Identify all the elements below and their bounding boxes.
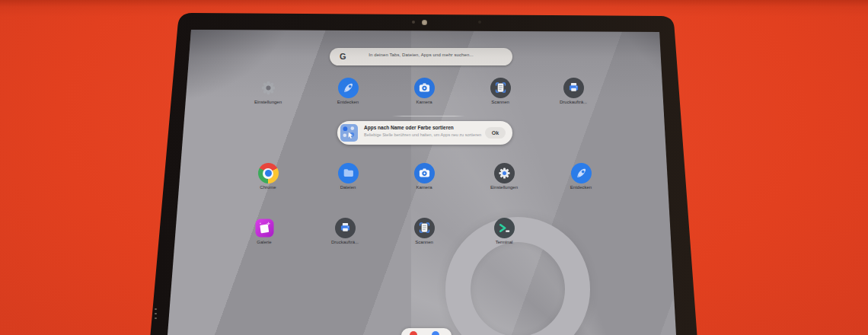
app-gallery[interactable]: Galerie: [234, 218, 295, 245]
bezel-regulatory-marks: [154, 308, 157, 325]
shelf-red-app-icon[interactable]: [410, 331, 417, 335]
toast-subtitle: Beliebige Stelle berühren und halten, um…: [364, 132, 481, 137]
app-discover[interactable]: Entdecken: [550, 163, 611, 190]
camera-icon: [414, 163, 435, 183]
light-sensor-icon: [412, 21, 415, 24]
app-label: Entdecken: [550, 185, 611, 190]
app-scan[interactable]: Scannen: [470, 78, 531, 105]
sort-apps-toast: Apps nach Name oder Farbe sortieren Beli…: [337, 121, 512, 145]
print-icon: [335, 218, 356, 238]
scan-icon: [490, 78, 511, 98]
app-label: Druckaufträ...: [314, 240, 375, 245]
toast-ok-button[interactable]: Ok: [485, 127, 506, 139]
app-label: Scannen: [394, 240, 455, 245]
chrome-icon: [258, 163, 279, 183]
tablet-screen: G In deinen Tabs, Dateien, Apps und mehr…: [0, 0, 868, 335]
camera-icon: [414, 78, 435, 98]
app-chrome[interactable]: Chrome: [238, 163, 298, 190]
files-icon: [338, 163, 359, 183]
app-label: Chrome: [238, 185, 298, 190]
shelf-blue-app-icon[interactable]: [432, 331, 439, 335]
search-placeholder: In deinen Tabs, Dateien, Apps und mehr s…: [330, 53, 512, 57]
app-label: Druckaufträ...: [543, 100, 604, 105]
print-icon: [563, 78, 584, 98]
app-settings-light[interactable]: Einstellungen: [238, 78, 298, 105]
terminal-icon: [494, 218, 515, 238]
gallery-icon: [254, 218, 275, 238]
app-print[interactable]: Druckaufträ...: [543, 78, 604, 105]
app-label: Dateien: [318, 185, 378, 190]
discover-icon: [571, 163, 592, 183]
mic-dot-icon: [478, 21, 481, 24]
app-label: Kamera: [394, 185, 455, 190]
app-label: Kamera: [394, 100, 455, 105]
app-camera[interactable]: Kamera: [394, 163, 455, 190]
app-label: Scannen: [470, 100, 531, 105]
toast-title: Apps nach Name oder Farbe sortieren: [364, 125, 454, 130]
app-files[interactable]: Dateien: [318, 163, 378, 190]
app-terminal[interactable]: Terminal: [474, 218, 535, 245]
settings-light-icon: [258, 78, 279, 98]
touch-sort-icon: [340, 124, 358, 142]
shelf-peek[interactable]: [401, 328, 452, 335]
app-label: Terminal: [474, 240, 535, 245]
app-print[interactable]: Druckaufträ...: [314, 218, 375, 245]
scan-icon: [414, 218, 435, 238]
app-settings-dark[interactable]: Einstellungen: [474, 163, 535, 190]
app-label: Einstellungen: [474, 185, 535, 190]
app-camera[interactable]: Kamera: [394, 78, 455, 105]
settings-dark-icon: [494, 163, 515, 183]
recent-apps-divider: [392, 116, 465, 116]
app-label: Einstellungen: [238, 100, 298, 105]
app-label: Entdecken: [318, 100, 378, 105]
launcher-search-bar[interactable]: G In deinen Tabs, Dateien, Apps und mehr…: [330, 48, 512, 65]
app-label: Galerie: [234, 240, 295, 245]
app-scan[interactable]: Scannen: [394, 218, 455, 245]
webcam-icon: [422, 20, 427, 25]
discover-icon: [338, 78, 359, 98]
app-discover[interactable]: Entdecken: [318, 78, 378, 105]
